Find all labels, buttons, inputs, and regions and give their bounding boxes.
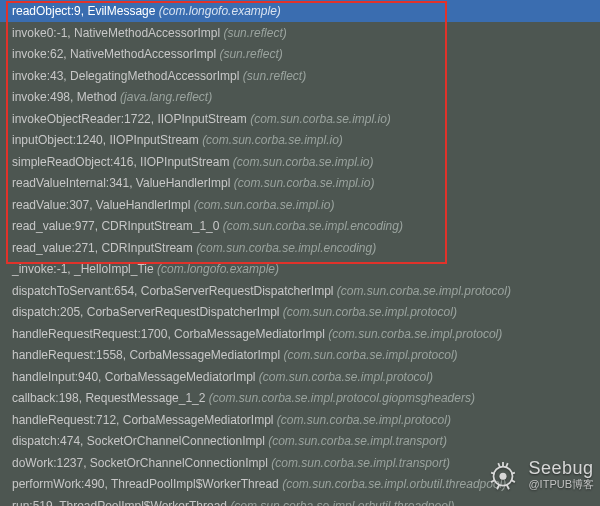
seebug-icon: [484, 456, 522, 494]
stack-frame[interactable]: dispatch:474, SocketOrChannelConnectionI…: [0, 430, 600, 452]
stack-frame-method: invoke0:-1, NativeMethodAccessorImpl: [12, 26, 220, 40]
stack-frame-package: (com.sun.corba.se.impl.encoding): [196, 241, 376, 255]
watermark-title: Seebug: [528, 458, 594, 479]
stack-frame-method: callback:198, RequestMessage_1_2: [12, 391, 205, 405]
stack-frame[interactable]: _invoke:-1, _HelloImpl_Tie (com.longofo.…: [0, 258, 600, 280]
stack-frame-package: (com.longofo.example): [159, 4, 281, 18]
svg-line-4: [506, 463, 508, 467]
stack-frame-method: readObject:9, EvilMessage: [12, 4, 155, 18]
stack-frame-method: performWork:490, ThreadPoolImpl$WorkerTh…: [12, 477, 279, 491]
svg-line-5: [492, 473, 496, 474]
watermark-subtitle: @ITPUB博客: [528, 477, 594, 492]
stack-frame-method: readValue:307, ValueHandlerImpl: [12, 198, 190, 212]
stack-frame-method: invokeObjectReader:1722, IIOPInputStream: [12, 112, 247, 126]
stack-frame[interactable]: invoke:62, NativeMethodAccessorImpl (sun…: [0, 43, 600, 65]
stack-frame-method: invoke:43, DelegatingMethodAccessorImpl: [12, 69, 239, 83]
stack-frame-method: invoke:62, NativeMethodAccessorImpl: [12, 47, 216, 61]
stack-frame[interactable]: invokeObjectReader:1722, IIOPInputStream…: [0, 108, 600, 130]
stack-frame[interactable]: read_value:271, CDRInputStream (com.sun.…: [0, 237, 600, 259]
stack-frame-method: dispatch:205, CorbaServerRequestDispatch…: [12, 305, 279, 319]
stack-frame-package: (com.sun.corba.se.impl.protocol): [328, 327, 502, 341]
stack-frame[interactable]: simpleReadObject:416, IIOPInputStream (c…: [0, 151, 600, 173]
stack-frame-method: inputObject:1240, IIOPInputStream: [12, 133, 199, 147]
stack-frame[interactable]: invoke:43, DelegatingMethodAccessorImpl …: [0, 65, 600, 87]
svg-line-9: [498, 485, 500, 490]
stack-frame-method: _invoke:-1, _HelloImpl_Tie: [12, 262, 154, 276]
stack-frame[interactable]: dispatchToServant:654, CorbaServerReques…: [0, 280, 600, 302]
stack-frame-method: read_value:271, CDRInputStream: [12, 241, 193, 255]
stack-frame-method: doWork:1237, SocketOrChannelConnectionIm…: [12, 456, 268, 470]
stack-frame-method: run:519, ThreadPoolImpl$WorkerThread: [12, 499, 227, 507]
stack-trace-list[interactable]: readObject:9, EvilMessage (com.longofo.e…: [0, 0, 600, 506]
svg-line-3: [499, 463, 501, 467]
stack-frame-method: invoke:498, Method: [12, 90, 117, 104]
stack-frame-package: (sun.reflect): [219, 47, 282, 61]
stack-frame[interactable]: handleRequestRequest:1700, CorbaMessageM…: [0, 323, 600, 345]
stack-frame-package: (com.sun.corba.se.impl.io): [194, 198, 335, 212]
stack-frame-method: handleRequest:1558, CorbaMessageMediator…: [12, 348, 280, 362]
stack-frame[interactable]: read_value:977, CDRInputStream_1_0 (com.…: [0, 215, 600, 237]
stack-frame-package: (com.sun.corba.se.impl.transport): [271, 456, 450, 470]
stack-frame-package: (com.longofo.example): [157, 262, 279, 276]
stack-frame[interactable]: dispatch:205, CorbaServerRequestDispatch…: [0, 301, 600, 323]
stack-frame[interactable]: run:519, ThreadPoolImpl$WorkerThread (co…: [0, 495, 600, 507]
stack-frame[interactable]: invoke:498, Method (java.lang.reflect): [0, 86, 600, 108]
stack-frame-package: (sun.reflect): [243, 69, 306, 83]
stack-frame-method: readValueInternal:341, ValueHandlerImpl: [12, 176, 230, 190]
stack-frame-method: dispatchToServant:654, CorbaServerReques…: [12, 284, 334, 298]
stack-frame-package: (com.sun.corba.se.impl.io): [250, 112, 391, 126]
stack-frame-method: handleRequest:712, CorbaMessageMediatorI…: [12, 413, 274, 427]
stack-frame-package: (sun.reflect): [223, 26, 286, 40]
stack-frame-method: handleRequestRequest:1700, CorbaMessageM…: [12, 327, 325, 341]
stack-frame[interactable]: readObject:9, EvilMessage (com.longofo.e…: [0, 0, 600, 22]
stack-frame-package: (com.sun.corba.se.impl.orbutil.threadpoo…: [230, 499, 454, 507]
stack-frame-package: (com.sun.corba.se.impl.protocol): [277, 413, 451, 427]
stack-frame-package: (com.sun.corba.se.impl.protocol): [337, 284, 511, 298]
stack-frame-package: (com.sun.corba.se.impl.protocol): [283, 305, 457, 319]
stack-frame[interactable]: handleRequest:712, CorbaMessageMediatorI…: [0, 409, 600, 431]
stack-frame-package: (java.lang.reflect): [120, 90, 212, 104]
stack-frame[interactable]: callback:198, RequestMessage_1_2 (com.su…: [0, 387, 600, 409]
svg-line-6: [512, 473, 516, 474]
stack-frame[interactable]: readValue:307, ValueHandlerImpl (com.sun…: [0, 194, 600, 216]
stack-frame-package: (com.sun.corba.se.impl.encoding): [223, 219, 403, 233]
stack-frame[interactable]: readValueInternal:341, ValueHandlerImpl …: [0, 172, 600, 194]
stack-frame-package: (com.sun.corba.se.impl.io): [202, 133, 343, 147]
svg-line-10: [507, 485, 509, 490]
stack-frame-package: (com.sun.corba.se.impl.io): [233, 155, 374, 169]
stack-frame[interactable]: handleRequest:1558, CorbaMessageMediator…: [0, 344, 600, 366]
stack-frame[interactable]: invoke0:-1, NativeMethodAccessorImpl (su…: [0, 22, 600, 44]
stack-frame-method: handleInput:940, CorbaMessageMediatorImp…: [12, 370, 255, 384]
stack-frame-package: (com.sun.corba.se.impl.protocol.giopmsgh…: [209, 391, 475, 405]
stack-frame[interactable]: handleInput:940, CorbaMessageMediatorImp…: [0, 366, 600, 388]
stack-frame-package: (com.sun.corba.se.impl.protocol): [284, 348, 458, 362]
stack-frame-package: (com.sun.corba.se.impl.io): [234, 176, 375, 190]
stack-frame-method: read_value:977, CDRInputStream_1_0: [12, 219, 219, 233]
stack-frame-package: (com.sun.corba.se.impl.protocol): [259, 370, 433, 384]
stack-frame-method: simpleReadObject:416, IIOPInputStream: [12, 155, 229, 169]
svg-point-1: [500, 473, 507, 480]
watermark: Seebug @ITPUB博客: [484, 456, 594, 494]
stack-frame[interactable]: inputObject:1240, IIOPInputStream (com.s…: [0, 129, 600, 151]
stack-frame-method: dispatch:474, SocketOrChannelConnectionI…: [12, 434, 265, 448]
stack-frame-package: (com.sun.corba.se.impl.transport): [268, 434, 447, 448]
stack-frame-package: (com.sun.corba.se.impl.orbutil.threadpoo…: [282, 477, 506, 491]
